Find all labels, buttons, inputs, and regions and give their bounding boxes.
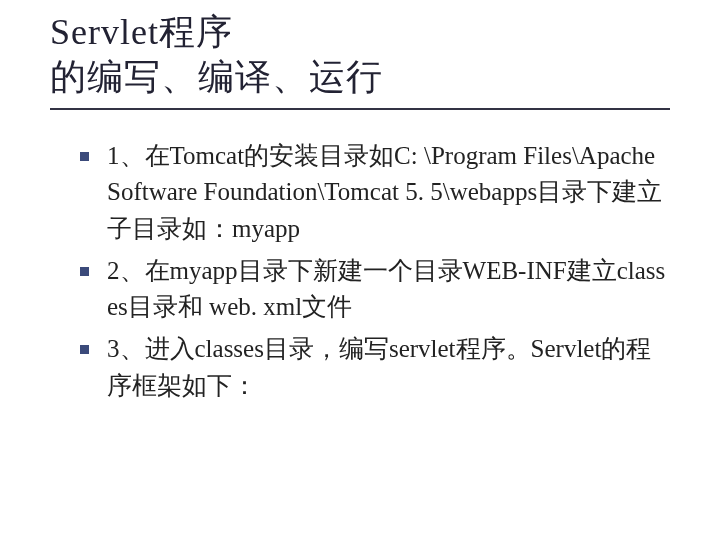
title-line-2: 的编写、编译、运行: [50, 55, 670, 100]
list-item: 1、在Tomcat的安装目录如C: \Program Files\Apache …: [80, 138, 670, 247]
bullet-text-3: 3、进入classes目录，编写servlet程序。Servlet的程序框架如下…: [107, 331, 670, 404]
square-bullet-icon: [80, 152, 89, 161]
title-line-1: Servlet程序: [50, 10, 670, 55]
bullet-text-2: 2、在myapp目录下新建一个目录WEB-INF建立classes目录和 web…: [107, 253, 670, 326]
slide-container: Servlet程序 的编写、编译、运行 1、在Tomcat的安装目录如C: \P…: [0, 0, 720, 440]
list-item: 2、在myapp目录下新建一个目录WEB-INF建立classes目录和 web…: [80, 253, 670, 326]
square-bullet-icon: [80, 267, 89, 276]
list-item: 3、进入classes目录，编写servlet程序。Servlet的程序框架如下…: [80, 331, 670, 404]
square-bullet-icon: [80, 345, 89, 354]
bullet-text-1: 1、在Tomcat的安装目录如C: \Program Files\Apache …: [107, 138, 670, 247]
content-area: 1、在Tomcat的安装目录如C: \Program Files\Apache …: [50, 138, 670, 404]
slide-title-block: Servlet程序 的编写、编译、运行: [50, 10, 670, 110]
